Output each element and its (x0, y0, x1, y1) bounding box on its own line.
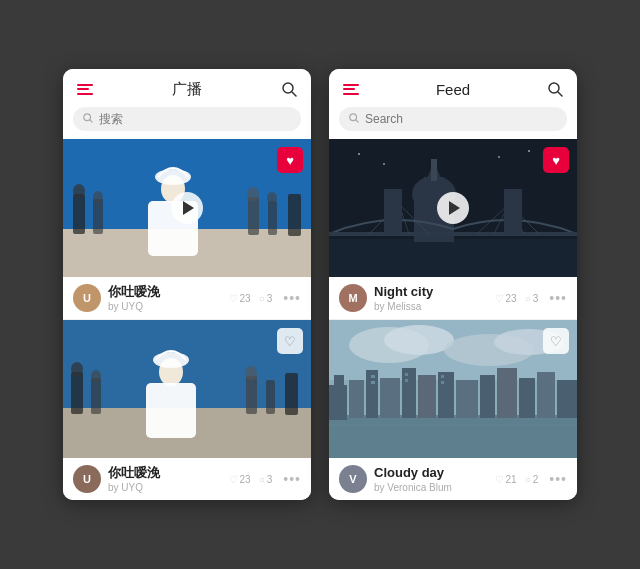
meta-author-right-1: by Melissa (374, 301, 488, 312)
avatar-image-left-2: U (73, 465, 101, 493)
svg-rect-42 (329, 232, 577, 236)
svg-rect-52 (504, 189, 522, 234)
meta-stats-right-1: ♡ 23 ○ 3 (495, 293, 539, 304)
avatar-image-right-2: V (339, 465, 367, 493)
heart-stat-icon-left-2: ♡ (229, 474, 238, 485)
feed-item-left-1: ♥ U 你吐嗳浼 by UYQ ♡ 23 ○ (63, 139, 311, 319)
phone-left-title: 广播 (95, 80, 279, 99)
more-dots-right-2[interactable]: ••• (549, 471, 567, 487)
feed-meta-left-1: U 你吐嗳浼 by UYQ ♡ 23 ○ 3 ••• (63, 277, 311, 319)
svg-rect-69 (380, 378, 400, 418)
svg-rect-30 (285, 373, 298, 415)
search-input-right[interactable] (365, 112, 557, 126)
feed-image-left-1: ♥ (63, 139, 311, 277)
meta-author-right-2: by Veronica Blum (374, 482, 488, 493)
phone-left: 广播 (63, 69, 311, 500)
meta-title-right-1: Night city (374, 284, 488, 301)
svg-rect-15 (268, 201, 277, 235)
svg-rect-71 (418, 375, 436, 418)
search-input-left[interactable] (99, 112, 291, 126)
svg-line-3 (90, 120, 93, 123)
menu-icon-left[interactable] (75, 79, 95, 99)
svg-rect-83 (441, 375, 444, 378)
svg-rect-66 (334, 375, 344, 387)
svg-rect-27 (246, 376, 257, 414)
feed-item-right-1: ♥ M Night city by Melissa ♡ 23 ○ (329, 139, 577, 319)
svg-point-21 (71, 362, 83, 376)
heart-icon-right-2: ♡ (550, 335, 562, 348)
heart-stat-icon-left-1: ♡ (229, 293, 238, 304)
comments-right-1: ○ 3 (525, 293, 539, 304)
svg-rect-79 (371, 375, 375, 378)
phone-right-title: Feed (361, 81, 545, 98)
comments-count-right-2: 2 (533, 474, 539, 485)
menu-icon-right[interactable] (341, 79, 361, 99)
likes-count-left-2: 23 (240, 474, 251, 485)
comments-count-left-1: 3 (267, 293, 273, 304)
comments-left-1: ○ 3 (259, 293, 273, 304)
svg-rect-70 (402, 368, 416, 418)
feed-meta-right-1: M Night city by Melissa ♡ 23 ○ 3 •• (329, 277, 577, 319)
heart-stat-icon-right-2: ♡ (495, 474, 504, 485)
svg-point-9 (93, 191, 103, 203)
phone-right-header: Feed (329, 69, 577, 107)
likes-count-left-1: 23 (240, 293, 251, 304)
heart-button-right-2[interactable]: ♡ (543, 328, 569, 354)
feed-meta-left-2: U 你吐嗳浼 by UYQ ♡ 23 ○ 3 ••• (63, 458, 311, 500)
more-dots-left-1[interactable]: ••• (283, 290, 301, 306)
meta-text-left-2: 你吐嗳浼 by UYQ (108, 465, 222, 493)
likes-left-2: ♡ 23 (229, 474, 251, 485)
heart-icon-left-1: ♥ (286, 154, 294, 167)
svg-rect-51 (384, 189, 402, 234)
comment-icon-right-1: ○ (525, 293, 531, 304)
svg-rect-78 (557, 380, 577, 418)
svg-rect-77 (537, 372, 555, 418)
svg-point-53 (358, 153, 360, 155)
likes-count-right-2: 21 (506, 474, 517, 485)
likes-left-1: ♡ 23 (229, 293, 251, 304)
phones-container: 广播 (63, 69, 577, 500)
svg-point-26 (153, 352, 189, 368)
phone-left-header: 广播 (63, 69, 311, 107)
meta-text-left-1: 你吐嗳浼 by UYQ (108, 284, 222, 312)
meta-stats-left-1: ♡ 23 ○ 3 (229, 293, 273, 304)
feed-image-right-2: ♡ (329, 320, 577, 458)
search-bar-right[interactable] (339, 107, 567, 131)
svg-point-16 (267, 192, 277, 204)
avatar-left-2: U (73, 465, 101, 493)
comments-count-right-1: 3 (533, 293, 539, 304)
svg-rect-29 (266, 380, 275, 414)
feed-image-right-1: ♥ (329, 139, 577, 277)
svg-rect-6 (73, 194, 85, 234)
phone-right: Feed (329, 69, 577, 500)
svg-rect-25 (146, 383, 196, 438)
svg-point-61 (384, 325, 454, 355)
svg-rect-67 (349, 380, 364, 418)
avatar-image-left-1: U (73, 284, 101, 312)
heart-button-right-1[interactable]: ♥ (543, 147, 569, 173)
heart-button-left-2[interactable]: ♡ (277, 328, 303, 354)
more-dots-right-1[interactable]: ••• (549, 290, 567, 306)
play-button-left-1[interactable] (171, 192, 203, 224)
svg-line-1 (292, 92, 296, 96)
svg-rect-76 (519, 378, 535, 418)
heart-stat-icon-right-1: ♡ (495, 293, 504, 304)
heart-button-left-1[interactable]: ♥ (277, 147, 303, 173)
heart-icon-right-1: ♥ (552, 154, 560, 167)
svg-point-14 (247, 187, 259, 201)
meta-author-left-2: by UYQ (108, 482, 222, 493)
comment-icon-left-2: ○ (259, 474, 265, 485)
meta-stats-right-2: ♡ 21 ○ 2 (495, 474, 539, 485)
meta-text-right-1: Night city by Melissa (374, 284, 488, 312)
svg-point-23 (91, 370, 101, 382)
play-button-right-1[interactable] (437, 192, 469, 224)
avatar-image-right-1: M (339, 284, 367, 312)
search-icon-right[interactable] (545, 79, 565, 99)
more-dots-left-2[interactable]: ••• (283, 471, 301, 487)
search-icon-left[interactable] (279, 79, 299, 99)
heart-icon-left-2: ♡ (284, 335, 296, 348)
search-bar-left[interactable] (73, 107, 301, 131)
svg-point-55 (528, 150, 530, 152)
search-bar-icon-right (349, 113, 359, 125)
svg-rect-13 (248, 197, 259, 235)
